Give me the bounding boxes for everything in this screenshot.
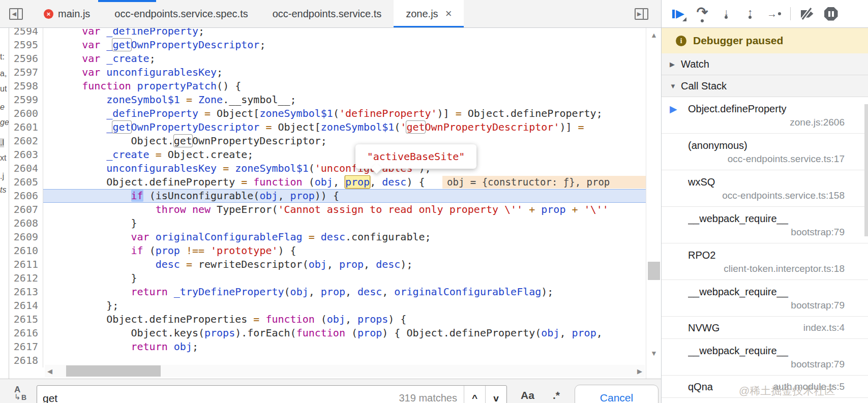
search-query-text[interactable]: get <box>37 389 399 403</box>
show-debugger-pane-button[interactable]: ▶ <box>635 0 863 28</box>
line-number[interactable]: 2605 <box>9 175 43 189</box>
line-number[interactable]: 2610 <box>9 244 43 258</box>
horizontal-scrollbar-thumb[interactable] <box>66 365 161 377</box>
navigator-file-fragment: ut <box>0 84 7 94</box>
scroll-right-arrow[interactable]: ▶ <box>635 367 645 375</box>
value-tooltip: "activeBaseSite" <box>355 144 476 169</box>
scroll-up-arrow[interactable]: ▲ <box>646 31 662 39</box>
hide-navigator-button[interactable]: ◀ <box>0 0 32 27</box>
line-number[interactable]: 2597 <box>9 66 43 79</box>
search-input[interactable]: get 319 matches ^ v <box>37 385 507 403</box>
code-line: 2603 _create = Object.create; <box>9 148 646 162</box>
code-text: _getOwnPropertyDescriptor = Object[zoneS… <box>43 120 646 134</box>
call-stack-frame[interactable]: qQnaauth.module.ts:5 <box>662 376 868 398</box>
search-bar: A ↳ B get 319 matches ^ v Aa .* Cancel <box>0 379 661 403</box>
line-number[interactable]: 2595 <box>9 38 43 52</box>
frame-location: auth.module.ts:5 <box>773 381 845 392</box>
close-tab-icon[interactable]: × <box>445 8 452 19</box>
watch-label: Watch <box>681 58 709 70</box>
line-number[interactable]: 2618 <box>9 354 43 367</box>
frame-function-name: wxSQ <box>688 175 845 189</box>
call-stack-label: Call Stack <box>681 80 727 92</box>
code-text: } <box>43 216 646 230</box>
frame-function-name: __webpack_require__ <box>688 285 845 299</box>
line-number[interactable]: 2614 <box>9 299 43 313</box>
line-number[interactable]: 2604 <box>9 162 43 175</box>
code-text: zoneSymbol$1 = Zone.__symbol__; <box>43 93 646 107</box>
code-text: return obj; <box>43 340 646 354</box>
cancel-button[interactable]: Cancel <box>575 385 659 403</box>
horizontal-scrollbar[interactable]: ◀ ▶ <box>45 365 645 377</box>
navigator-file-fragment: ts <box>0 185 6 195</box>
line-number[interactable]: 2606 <box>9 189 43 203</box>
vertical-scrollbar-thumb[interactable] <box>648 262 660 280</box>
line-number[interactable]: 2613 <box>9 285 43 299</box>
watch-section-header[interactable]: ▶ Watch <box>662 53 868 75</box>
line-number[interactable]: 2615 <box>9 313 43 326</box>
regex-toggle[interactable]: .* <box>553 389 560 401</box>
line-number[interactable]: 2608 <box>9 216 43 230</box>
code-text: Object.keys(props).forEach(function (pro… <box>43 326 646 340</box>
line-number[interactable]: 2612 <box>9 271 43 285</box>
line-number[interactable]: 2598 <box>9 79 43 93</box>
next-match-button[interactable]: v <box>485 386 506 403</box>
code-editor[interactable]: 2594 var _defineProperty;2595 var _getOw… <box>9 28 646 379</box>
previous-match-button[interactable]: ^ <box>464 386 485 403</box>
call-stack-frame[interactable]: NVWGindex.ts:4 <box>662 317 868 339</box>
line-number[interactable]: 2603 <box>9 148 43 162</box>
code-line: 2610 if (prop !== 'prototype') { <box>9 244 646 258</box>
frame-location: client-token.interceptor.ts:18 <box>688 262 845 275</box>
code-text: _defineProperty = Object[zoneSymbol$1('d… <box>43 107 646 120</box>
call-stack-frame[interactable]: RPO2client-token.interceptor.ts:18 <box>662 243 868 280</box>
line-number[interactable]: 2600 <box>9 107 43 120</box>
call-stack-frame[interactable]: __webpack_require__bootstrap:79 <box>662 280 868 317</box>
call-stack-frame[interactable]: __webpack_require__bootstrap:79 <box>662 207 868 243</box>
call-stack-frame[interactable]: __webpack_require__bootstrap:79 <box>662 339 868 376</box>
replace-arrow-icon: ↳ <box>14 393 21 400</box>
code-text: }; <box>43 299 646 313</box>
vertical-scrollbar[interactable]: ▲ ▼ <box>646 28 661 379</box>
frame-function-name: RPO2 <box>688 248 845 262</box>
frame-location: zone.js:2606 <box>688 116 845 129</box>
line-number[interactable]: 2611 <box>9 258 43 271</box>
code-line: 2614 }; <box>9 299 646 313</box>
code-line: 2598 function propertyPatch() { <box>9 79 646 93</box>
code-line: 2602 Object.getOwnPropertyDescriptor; <box>9 134 646 148</box>
replace-toggle-button[interactable]: A ↳ B <box>13 385 32 403</box>
line-number[interactable]: 2607 <box>9 203 43 216</box>
tab-occ-endpoints-service-ts[interactable]: occ-endpoints.service.ts <box>260 0 394 27</box>
line-number[interactable]: 2602 <box>9 134 43 148</box>
code-line: 2596 var _create; <box>9 52 646 66</box>
chevron-down-icon: ▼ <box>670 82 681 90</box>
inline-eval-hint: obj = {constructor: ƒ}, prop <box>442 176 646 189</box>
paused-banner-label: Debugger paused <box>693 35 783 47</box>
code-text: function propertyPatch() { <box>43 79 646 93</box>
line-number[interactable]: 2601 <box>9 120 43 134</box>
sidebar-scrollbar-thumb[interactable] <box>864 104 868 236</box>
line-number[interactable]: 2616 <box>9 326 43 340</box>
frame-function-name: (anonymous) <box>688 138 845 152</box>
tab-zone-js[interactable]: zone.js× <box>394 0 464 27</box>
code-text: return _tryDefineProperty(obj, prop, des… <box>43 285 646 299</box>
code-text: } <box>43 271 646 285</box>
line-number[interactable]: 2599 <box>9 93 43 107</box>
tab-main-js[interactable]: ×main.js <box>32 0 102 27</box>
code-text: Object.defineProperties = function (obj,… <box>43 313 646 326</box>
match-case-toggle[interactable]: Aa <box>521 389 534 401</box>
navigator-file-fragment: ge <box>0 118 9 127</box>
line-number[interactable]: 2609 <box>9 230 43 244</box>
call-stack-frame[interactable]: (anonymous)occ-endpoints.service.ts:17 <box>662 134 868 170</box>
line-number[interactable]: 2596 <box>9 52 43 66</box>
scroll-down-arrow[interactable]: ▼ <box>646 349 662 357</box>
error-badge-icon: × <box>44 9 53 19</box>
call-stack-section-header[interactable]: ▼ Call Stack <box>662 75 868 97</box>
frame-location: bootstrap:79 <box>688 299 845 312</box>
line-number[interactable]: 2617 <box>9 340 43 354</box>
frame-function-name: Object.defineProperty <box>688 102 845 116</box>
tab-occ-endpoints-service-spec-ts[interactable]: occ-endpoints.service.spec.ts <box>102 0 260 27</box>
line-number[interactable]: 2594 <box>9 28 43 38</box>
navigator-file-fragment: e <box>0 103 5 112</box>
call-stack-frame[interactable]: wxSQocc-endpoints.service.ts:158 <box>662 170 868 207</box>
call-stack-frame[interactable]: ▶Object.definePropertyzone.js:2606 <box>662 97 868 134</box>
scroll-left-arrow[interactable]: ◀ <box>45 367 55 375</box>
